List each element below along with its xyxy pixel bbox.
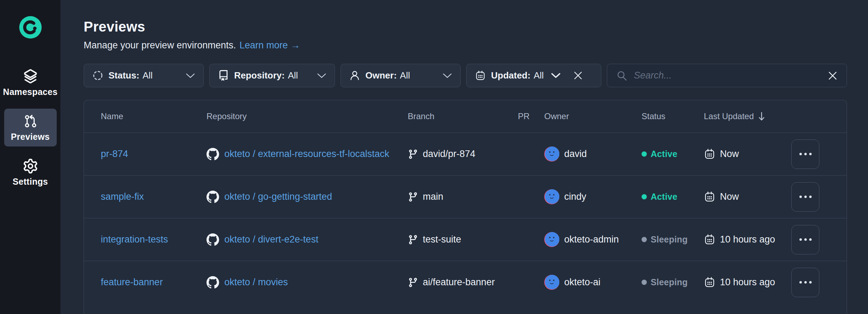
- row-actions-button[interactable]: [791, 268, 819, 297]
- person-icon: [349, 70, 360, 81]
- page-title: Previews: [84, 19, 847, 35]
- github-icon: [206, 148, 219, 161]
- owner-filter-button[interactable]: Owner: All: [341, 64, 461, 87]
- owner-label: cindy: [564, 191, 586, 202]
- column-header-status: Status: [636, 111, 698, 121]
- column-header-last-updated[interactable]: Last Updated: [698, 111, 782, 122]
- github-icon: [206, 233, 219, 246]
- repository-label: okteto / go-getting-started: [224, 191, 332, 202]
- last-updated-label: 10 hours ago: [720, 234, 775, 245]
- preview-name-link[interactable]: integration-tests: [101, 234, 168, 245]
- status-dot-icon: [642, 194, 647, 199]
- page-subtitle: Manage your preview environments. Learn …: [84, 40, 847, 51]
- filter-label: Status:: [108, 70, 139, 81]
- table-row[interactable]: integration-tests okteto / divert-e2e-te…: [84, 218, 847, 261]
- status-label: Sleeping: [651, 277, 688, 287]
- sort-arrow-down-icon: [758, 111, 765, 122]
- git-branch-icon: [408, 149, 418, 159]
- row-actions-button[interactable]: [791, 182, 819, 212]
- sidebar-item-label: Settings: [13, 177, 48, 187]
- column-header-branch: Branch: [407, 111, 508, 121]
- repository-label: okteto / external-resources-tf-localstac…: [224, 149, 389, 159]
- repository-link[interactable]: okteto / go-getting-started: [206, 191, 332, 203]
- search-clear-icon[interactable]: [828, 71, 838, 81]
- branch-label: test-suite: [423, 234, 461, 245]
- calendar-icon: [704, 148, 715, 160]
- filter-label: Repository:: [234, 70, 285, 81]
- owner-avatar: [544, 232, 559, 247]
- ellipsis-icon: [799, 281, 802, 284]
- calendar-icon: [704, 191, 715, 203]
- table-row[interactable]: pr-874 okteto / external-resources-tf-lo…: [84, 132, 847, 175]
- filter-value: All: [288, 70, 298, 81]
- sidebar-nav: Namespaces Previews Settings: [0, 64, 61, 191]
- filter-value: All: [142, 70, 153, 81]
- row-actions-button[interactable]: [791, 225, 819, 254]
- search-icon: [616, 70, 628, 81]
- main-content: Previews Manage your preview environment…: [61, 0, 868, 314]
- gear-icon: [23, 159, 38, 173]
- owner-label: david: [564, 149, 587, 159]
- table-header-row: Name Repository Branch PR Owner Status L…: [84, 100, 847, 132]
- sidebar-item-namespaces[interactable]: Namespaces: [4, 64, 57, 102]
- repository-link[interactable]: okteto / divert-e2e-test: [206, 233, 318, 246]
- table-row[interactable]: sample-fix okteto / go-getting-started m…: [84, 175, 847, 218]
- sidebar: Namespaces Previews Settings: [0, 0, 61, 314]
- column-header-pr: PR: [508, 111, 531, 121]
- chevron-down-icon: [317, 73, 326, 78]
- dashed-circle-icon: [92, 70, 103, 81]
- repository-link[interactable]: okteto / external-resources-tf-localstac…: [206, 148, 389, 161]
- filter-bar: Status: All Repository: All Owner: All: [84, 64, 847, 87]
- ellipsis-icon: [799, 153, 802, 155]
- subtitle-text: Manage your preview environments.: [84, 40, 236, 51]
- previews-table: Name Repository Branch PR Owner Status L…: [84, 100, 847, 314]
- repository-label: okteto / divert-e2e-test: [224, 234, 318, 245]
- updated-filter-button[interactable]: Updated: All: [466, 64, 601, 87]
- calendar-icon: [704, 234, 715, 245]
- preview-name-link[interactable]: sample-fix: [101, 191, 144, 202]
- status-badge: Active: [636, 149, 698, 159]
- ellipsis-icon: [799, 238, 802, 241]
- status-filter-button[interactable]: Status: All: [84, 64, 204, 87]
- chevron-down-icon: [443, 73, 452, 78]
- search-input[interactable]: [634, 70, 821, 81]
- column-header-label: Last Updated: [704, 111, 754, 121]
- status-dot-icon: [642, 280, 647, 285]
- okteto-logo[interactable]: [19, 16, 42, 39]
- row-actions-button[interactable]: [791, 139, 819, 169]
- status-dot-icon: [642, 151, 647, 157]
- repository-filter-button[interactable]: Repository: All: [209, 64, 335, 87]
- preview-name-link[interactable]: pr-874: [101, 149, 128, 159]
- column-header-owner: Owner: [531, 111, 636, 121]
- calendar-icon: [704, 277, 715, 288]
- learn-more-label: Learn more: [239, 40, 288, 51]
- github-icon: [206, 191, 219, 203]
- filter-label: Updated:: [491, 70, 531, 81]
- sidebar-item-label: Namespaces: [3, 87, 58, 97]
- branch-label: main: [423, 191, 443, 202]
- repository-label: okteto / movies: [224, 277, 288, 288]
- last-updated-label: 10 hours ago: [720, 277, 775, 288]
- preview-name-link[interactable]: feature-banner: [101, 277, 163, 287]
- previews-branch-icon: [23, 114, 38, 129]
- status-badge: Sleeping: [636, 234, 698, 245]
- clear-filter-icon[interactable]: [573, 71, 583, 80]
- owner-avatar: [544, 275, 559, 290]
- git-branch-icon: [408, 277, 418, 288]
- sidebar-item-previews[interactable]: Previews: [4, 109, 57, 146]
- status-dot-icon: [642, 237, 647, 242]
- search-box: [607, 64, 847, 87]
- filter-value: All: [534, 70, 544, 81]
- branch-label: david/pr-874: [423, 149, 475, 159]
- git-branch-icon: [408, 192, 418, 202]
- sidebar-item-settings[interactable]: Settings: [4, 153, 57, 191]
- github-icon: [206, 276, 219, 289]
- repository-link[interactable]: okteto / movies: [206, 276, 288, 289]
- chevron-down-icon: [186, 73, 195, 78]
- calendar-icon: [475, 70, 486, 81]
- status-badge: Active: [636, 192, 698, 202]
- filter-value: All: [400, 70, 410, 81]
- sidebar-item-label: Previews: [11, 132, 50, 142]
- learn-more-link[interactable]: Learn more →: [239, 40, 300, 51]
- table-row[interactable]: feature-banner okteto / movies ai/featur…: [84, 261, 847, 303]
